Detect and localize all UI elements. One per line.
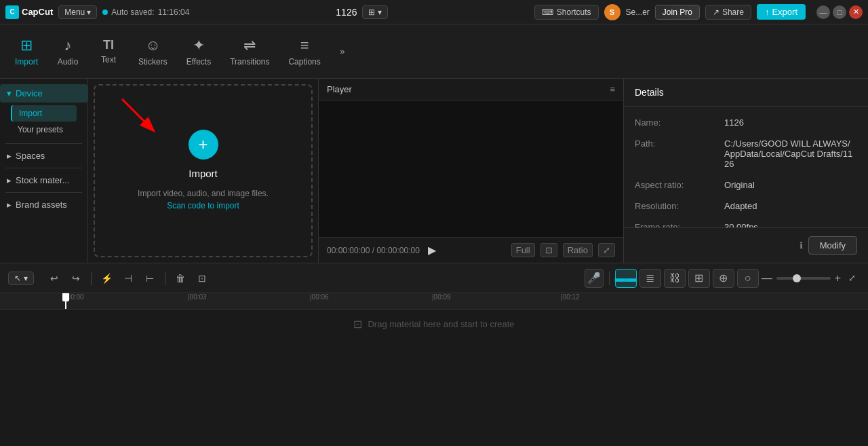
layout-button[interactable]: ⊞ ▾ (362, 5, 387, 19)
toolbar-separator-3 (609, 272, 610, 285)
titlebar: C CapCut Menu ▾ Auto saved: 11:16:04 112… (0, 0, 868, 24)
sidebar-divider-3 (5, 192, 82, 193)
selector-arrow-icon: ↖ (14, 274, 21, 283)
split2-button[interactable]: ⊞ (688, 269, 710, 288)
export-icon: ↑ (765, 7, 770, 17)
details-panel: Details Name: 1126 Path: C:/Users/GOOD W… (624, 79, 868, 263)
sidebar-sub-device: Import Your presets (0, 103, 87, 141)
player-title: Player (327, 84, 352, 94)
import-title: Import (189, 168, 218, 179)
toolbar-item-audio[interactable]: ♪ Audio (47, 31, 88, 72)
link-button[interactable]: ⛓ (664, 269, 686, 288)
minimize-button[interactable]: — (816, 5, 830, 19)
trim-left-button[interactable]: ⊣ (119, 269, 138, 288)
toolbar: ⊞ Import ♪ Audio TI Text ☺ Stickers ✦ Ef… (0, 24, 868, 79)
modify-button[interactable]: Modify (808, 236, 857, 255)
sidebar: ▾ Device Import Your presets ▸ Spaces ▸ … (0, 79, 88, 263)
import-plus-button[interactable]: + (189, 130, 218, 160)
toolbar-item-import[interactable]: ⊞ Import (5, 31, 47, 72)
chevron-right-icon: ▸ (7, 151, 12, 161)
project-name: 1126 (336, 7, 357, 18)
chevron-right-icon-3: ▸ (7, 200, 12, 210)
toolbar-item-label: Captions (288, 57, 320, 67)
timeline-tracks: |00:00 |00:03 |00:06 |00:09 |00:12 ⊡ Dra… (0, 293, 868, 446)
close-button[interactable]: ✕ (849, 5, 863, 19)
toolbar-item-label: Transitions (230, 57, 269, 67)
logo-icon: C (5, 5, 19, 19)
player-menu-icon[interactable]: ≡ (610, 84, 615, 94)
toolbar-item-text[interactable]: TI Text (88, 33, 129, 70)
chevron-down-icon: ▾ (7, 88, 12, 98)
ruler-marks: |00:00 |00:03 |00:06 |00:09 |00:12 (8, 293, 860, 309)
toolbar-item-stickers[interactable]: ☺ Stickers (129, 31, 177, 72)
sidebar-item-stock[interactable]: ▸ Stock mater... (0, 171, 87, 189)
selector-tool[interactable]: ↖ ▾ (8, 272, 34, 285)
toolbar-item-transitions[interactable]: ⇌ Transitions (220, 31, 279, 72)
sidebar-item-spaces[interactable]: ▸ Spaces (0, 147, 87, 165)
player-time-current: 00:00:00:00 / 00:00:00:00 (327, 246, 420, 255)
main-track-button[interactable]: ▬▬ (615, 269, 637, 288)
mute-button[interactable]: ○ (737, 269, 759, 288)
ratio-button[interactable]: Ratio (563, 243, 593, 257)
scan-code-link[interactable]: Scan code to import (167, 201, 239, 210)
detail-row-path: Path: C:/Users/GOOD WILL ALWAYS/AppData/… (624, 133, 868, 174)
sidebar-divider (5, 143, 82, 144)
trim-right-button[interactable]: ⊢ (140, 269, 159, 288)
mic-button[interactable]: 🎤 (585, 269, 604, 288)
crop-button[interactable]: ⊡ (193, 269, 212, 288)
join-pro-button[interactable]: Join Pro (655, 5, 700, 20)
full-button[interactable]: Full (511, 243, 535, 257)
overlay-button[interactable]: ⊕ (713, 269, 734, 288)
toolbar-expand-button[interactable]: » (333, 42, 352, 61)
selector-dropdown-icon: ▾ (24, 274, 28, 283)
multi-track-button[interactable]: ≣ (639, 269, 661, 288)
toolbar-item-captions[interactable]: ≡ Captions (279, 31, 330, 72)
split-button[interactable]: ⚡ (97, 269, 116, 288)
maximize-button[interactable]: □ (833, 5, 846, 19)
import-area[interactable]: + Import Import video, audio, and image … (94, 84, 313, 257)
redo-button[interactable]: ↪ (66, 269, 85, 288)
export-button[interactable]: ↑ Export (757, 4, 806, 20)
delete-button[interactable]: 🗑 (171, 269, 190, 288)
timeline-right-tools: 🎤 ▬▬ ≣ ⛓ ⊞ ⊕ ○ — + ⤢ (585, 269, 860, 288)
track-empty-icon: ⊡ (353, 318, 362, 331)
auto-saved-dot (102, 10, 108, 15)
sidebar-divider-2 (5, 168, 82, 168)
captions-icon: ≡ (300, 37, 309, 54)
ruler-mark-1: |00:03 (188, 293, 207, 301)
zoom-thumb[interactable] (793, 274, 801, 282)
zoom-slider: — + (762, 272, 841, 284)
toolbar-item-effects[interactable]: ✦ Effects (177, 31, 220, 72)
play-button[interactable]: ▶ (428, 244, 436, 257)
import-description: Import video, audio, and image files. Sc… (138, 187, 269, 212)
zoom-minus-icon[interactable]: — (762, 272, 772, 284)
player-controls: 00:00:00:00 / 00:00:00:00 ▶ Full ⊡ Ratio… (319, 237, 623, 263)
text-icon: TI (103, 38, 114, 52)
shortcuts-button[interactable]: ⌨ Shortcuts (534, 5, 599, 20)
fit-button[interactable]: ⊡ (540, 243, 557, 257)
ruler-mark-0: |00:00 (65, 293, 84, 301)
player-header: Player ≡ (319, 79, 623, 100)
sidebar-item-presets[interactable]: Your presets (11, 122, 77, 138)
timeline-toolbar: ↖ ▾ ↩ ↪ ⚡ ⊣ ⊢ 🗑 ⊡ 🎤 ▬▬ ≣ ⛓ ⊞ ⊕ ○ — + (0, 263, 868, 293)
undo-button[interactable]: ↩ (45, 269, 64, 288)
zoom-track[interactable] (776, 277, 831, 280)
sidebar-item-import[interactable]: Import (11, 105, 77, 122)
detail-row-name: Name: 1126 (624, 112, 868, 133)
timeline-fullscreen-button[interactable]: ⤢ (844, 270, 860, 286)
expand-button[interactable]: ⤢ (598, 243, 615, 257)
share-button[interactable]: ↗ Share (705, 5, 751, 20)
zoom-plus-icon[interactable]: + (835, 272, 841, 284)
keyboard-icon: ⌨ (542, 7, 553, 17)
sidebar-item-device[interactable]: ▾ Device (0, 84, 87, 103)
audio-icon: ♪ (64, 37, 72, 54)
toolbar-separator (91, 272, 92, 285)
effects-icon: ✦ (193, 37, 205, 54)
titlebar-right: ⌨ Shortcuts S Se...er Join Pro ↗ Share ↑… (534, 4, 806, 20)
detail-row-framerate: Frame rate: 30.00fps (624, 217, 868, 227)
timeline-body: |00:00 |00:03 |00:06 |00:09 |00:12 ⊡ Dra… (0, 293, 868, 446)
menu-button[interactable]: Menu ▾ (58, 5, 97, 19)
sidebar-item-brand[interactable]: ▸ Brand assets (0, 196, 87, 214)
info-icon[interactable]: ℹ (800, 240, 803, 250)
import-icon: ⊞ (20, 37, 33, 54)
